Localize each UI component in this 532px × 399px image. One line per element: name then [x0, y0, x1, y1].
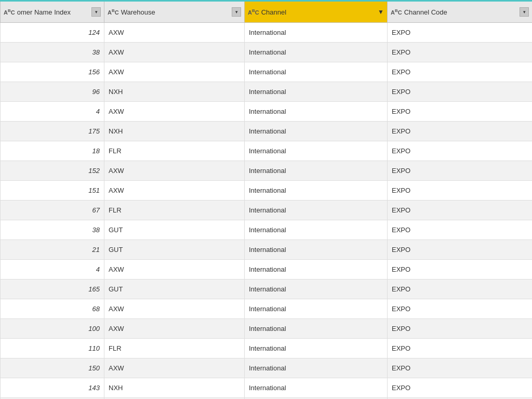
cell-channel: International — [245, 102, 388, 122]
cell-channel: International — [245, 23, 388, 43]
cell-warehouse: AXW — [104, 299, 245, 319]
table-row: 143NXHInternationalEXPO — [1, 378, 533, 398]
table-row: 38GUTInternationalEXPO — [1, 220, 533, 240]
cell-channelcode: EXPO — [388, 201, 533, 220]
cell-customer: 110 — [1, 339, 104, 358]
cell-channelcode: EXPO — [388, 220, 533, 240]
cell-channel: International — [245, 62, 388, 82]
col-header-channelcode: ABC Channel Code ▾ — [388, 1, 533, 23]
cell-channelcode: EXPO — [388, 43, 533, 62]
cell-customer: 67 — [1, 201, 104, 220]
cell-customer: 151 — [1, 181, 104, 201]
cell-channelcode: EXPO — [388, 62, 533, 82]
table-row: 68AXWInternationalEXPO — [1, 299, 533, 319]
cell-channelcode: EXPO — [388, 339, 533, 358]
filter-active-icon-channel[interactable]: ▼ — [378, 8, 384, 16]
cell-warehouse: NXH — [104, 378, 245, 398]
col-dropdown-channelcode[interactable]: ▾ — [520, 7, 529, 17]
cell-channelcode: EXPO — [388, 161, 533, 181]
abc-type-icon-channel: ABC — [248, 8, 259, 16]
cell-customer: 18 — [1, 141, 104, 161]
table-row: 96NXHInternationalEXPO — [1, 82, 533, 102]
col-dropdown-customer[interactable]: ▾ — [91, 7, 101, 17]
table-row: 110FLRInternationalEXPO — [1, 339, 533, 358]
cell-channelcode: EXPO — [388, 378, 533, 398]
cell-customer: 38 — [1, 220, 104, 240]
table-header-row: ABC omer Name Index ▾ ABC Warehouse ▾ — [1, 1, 533, 23]
data-table-container: ABC omer Name Index ▾ ABC Warehouse ▾ — [0, 0, 532, 399]
data-table: ABC omer Name Index ▾ ABC Warehouse ▾ — [0, 0, 532, 399]
cell-customer: 124 — [1, 23, 104, 43]
table-row: 18FLRInternationalEXPO — [1, 141, 533, 161]
cell-channel: International — [245, 240, 388, 260]
col-dropdown-warehouse[interactable]: ▾ — [232, 7, 241, 17]
table-body: 124AXWInternationalEXPO38AXWInternationa… — [1, 23, 533, 400]
abc-type-icon-customer: ABC — [4, 8, 15, 16]
col-label-customer: omer Name Index — [17, 8, 71, 16]
cell-warehouse: FLR — [104, 141, 245, 161]
cell-customer: 165 — [1, 280, 104, 299]
cell-channel: International — [245, 220, 388, 240]
cell-channel: International — [245, 201, 388, 220]
cell-customer: 38 — [1, 43, 104, 62]
cell-channelcode: EXPO — [388, 319, 533, 339]
table-row: 124AXWInternationalEXPO — [1, 23, 533, 43]
cell-warehouse: NXH — [104, 82, 245, 102]
cell-customer: 150 — [1, 358, 104, 378]
cell-customer: 156 — [1, 62, 104, 82]
cell-warehouse: AXW — [104, 319, 245, 339]
cell-channelcode: EXPO — [388, 240, 533, 260]
table-row: 4AXWInternationalEXPO — [1, 260, 533, 280]
cell-warehouse: GUT — [104, 220, 245, 240]
table-row: 156AXWInternationalEXPO — [1, 62, 533, 82]
cell-channelcode: EXPO — [388, 280, 533, 299]
cell-customer: 96 — [1, 82, 104, 102]
cell-customer: 4 — [1, 260, 104, 280]
cell-customer: 175 — [1, 122, 104, 141]
cell-channelcode: EXPO — [388, 23, 533, 43]
cell-channelcode: EXPO — [388, 122, 533, 141]
cell-warehouse: AXW — [104, 62, 245, 82]
cell-channel: International — [245, 260, 388, 280]
cell-warehouse: GUT — [104, 280, 245, 299]
cell-warehouse: AXW — [104, 43, 245, 62]
cell-channelcode: EXPO — [388, 181, 533, 201]
cell-warehouse: FLR — [104, 201, 245, 220]
table-row: 175NXHInternationalEXPO — [1, 122, 533, 141]
cell-customer: 4 — [1, 102, 104, 122]
cell-warehouse: AXW — [104, 181, 245, 201]
cell-channel: International — [245, 299, 388, 319]
table-row: 21GUTInternationalEXPO — [1, 240, 533, 260]
cell-customer: 152 — [1, 161, 104, 181]
abc-type-icon-warehouse: ABC — [108, 8, 119, 16]
cell-customer: 21 — [1, 240, 104, 260]
cell-warehouse: AXW — [104, 260, 245, 280]
cell-channel: International — [245, 161, 388, 181]
table-row: 67FLRInternationalEXPO — [1, 201, 533, 220]
cell-warehouse: NXH — [104, 122, 245, 141]
cell-warehouse: GUT — [104, 240, 245, 260]
abc-type-icon-channelcode: ABC — [391, 8, 402, 16]
cell-channel: International — [245, 122, 388, 141]
cell-channelcode: EXPO — [388, 358, 533, 378]
cell-channel: International — [245, 43, 388, 62]
cell-channelcode: EXPO — [388, 299, 533, 319]
cell-channel: International — [245, 319, 388, 339]
col-label-channel: Channel — [261, 8, 286, 16]
cell-warehouse: AXW — [104, 358, 245, 378]
col-label-warehouse: Warehouse — [121, 8, 155, 16]
cell-warehouse: AXW — [104, 23, 245, 43]
cell-channelcode: EXPO — [388, 141, 533, 161]
cell-warehouse: FLR — [104, 339, 245, 358]
table-row: 152AXWInternationalEXPO — [1, 161, 533, 181]
cell-warehouse: AXW — [104, 161, 245, 181]
cell-channelcode: EXPO — [388, 102, 533, 122]
col-header-customer: ABC omer Name Index ▾ — [1, 1, 104, 23]
col-header-channel: ABC Channel ▼ — [245, 1, 388, 23]
cell-channelcode: EXPO — [388, 260, 533, 280]
table-row: 4AXWInternationalEXPO — [1, 102, 533, 122]
table-row: 38AXWInternationalEXPO — [1, 43, 533, 62]
cell-channel: International — [245, 82, 388, 102]
table-row: 151AXWInternationalEXPO — [1, 181, 533, 201]
col-header-warehouse: ABC Warehouse ▾ — [104, 1, 245, 23]
